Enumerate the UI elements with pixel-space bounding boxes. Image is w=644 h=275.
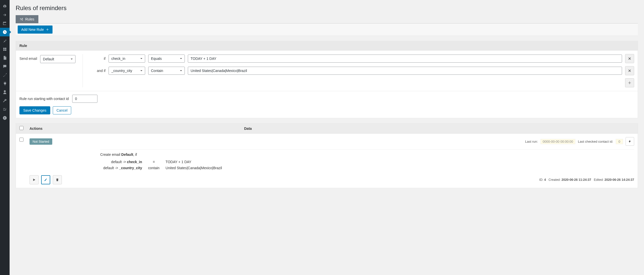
contact-id-input[interactable]: [72, 95, 97, 103]
condition-field-select[interactable]: _country_city: [109, 67, 145, 75]
column-actions-header: Actions: [30, 127, 244, 131]
arrow-right-icon: [3, 13, 7, 17]
delete-button[interactable]: [53, 175, 62, 184]
bolt-icon: [628, 140, 632, 143]
calendar-icon: [3, 21, 7, 26]
collapse-icon: [3, 116, 7, 120]
condition-row: if check_in Equals: [90, 54, 634, 63]
sidebar-item-calendar[interactable]: [0, 19, 10, 28]
admin-sidebar: [0, 0, 10, 275]
condition-row: and if _country_city Contain: [90, 66, 634, 75]
remove-condition-button[interactable]: [625, 66, 634, 75]
sidebar-item-reminders[interactable]: [0, 28, 10, 36]
select-all-checkbox[interactable]: [19, 126, 23, 130]
save-changes-button[interactable]: Save Changes: [19, 106, 50, 114]
sidebar-item-pin[interactable]: [0, 36, 10, 45]
user-icon: [3, 90, 7, 94]
condition-prefix: and if: [90, 69, 106, 73]
shuffle-icon: [20, 17, 23, 21]
contact-id-label: Rule run starting with contact id: [19, 97, 69, 101]
sidebar-item-plugins[interactable]: [0, 79, 10, 88]
sidebar-item-dashboard[interactable]: [0, 2, 10, 11]
sidebar-item-comments[interactable]: [0, 62, 10, 71]
cancel-button[interactable]: Cancel: [53, 106, 71, 114]
trash-icon: [56, 178, 59, 182]
play-button[interactable]: [30, 175, 39, 184]
tab-rules-label: Rules: [25, 17, 34, 21]
tabs-row: Rules: [16, 15, 638, 23]
pages-icon: [3, 56, 7, 60]
close-icon: [628, 69, 631, 72]
plus-icon: [46, 28, 49, 31]
rule-summary: Create email Default, if default -> chec…: [100, 149, 634, 171]
listing-header: Actions Data: [16, 123, 638, 134]
condition-operator-select[interactable]: Equals: [148, 55, 185, 63]
add-new-rule-button[interactable]: Add New Rule: [18, 26, 53, 34]
last-checked-label: Last checked contact id:: [578, 140, 613, 143]
media-icon: [3, 47, 7, 52]
tab-rules[interactable]: Rules: [16, 15, 38, 23]
clock-icon: [3, 30, 7, 34]
sidebar-item-pages[interactable]: [0, 54, 10, 62]
summary-prefix: Create email: [100, 153, 121, 157]
sidebar-item-appearance[interactable]: [0, 71, 10, 79]
rule-panel-header: Rule: [16, 41, 638, 51]
edit-icon: [44, 178, 47, 182]
summary-suffix: , if: [133, 153, 137, 157]
column-data-header: Data: [244, 127, 634, 131]
condition-operator-select[interactable]: Contain: [148, 67, 185, 75]
rules-listing: Actions Data Not Started Last run: 0000-…: [16, 123, 638, 188]
summary-condition-row: default -> check_in = TODAY + 1 DAY: [101, 159, 224, 165]
rule-panel-body: Send email Default if check_in Equals: [16, 51, 638, 91]
sidebar-item-media[interactable]: [0, 45, 10, 54]
wrench-icon: [3, 98, 7, 103]
summary-template: Default: [121, 153, 133, 157]
last-checked-value: 0: [616, 139, 623, 144]
conditions-area: if check_in Equals and if: [83, 54, 634, 87]
remove-condition-button[interactable]: [625, 54, 634, 63]
row-checkbox[interactable]: [19, 138, 23, 142]
add-new-rule-label: Add New Rule: [21, 28, 44, 32]
summary-condition-row: default -> _country_city contain United …: [101, 165, 224, 171]
add-condition-button[interactable]: [625, 78, 634, 87]
plus-icon: [628, 81, 631, 85]
last-run-label: Last run:: [525, 140, 538, 143]
close-icon: [628, 57, 631, 60]
table-row: Not Started Last run: 0000-00-00 00:00:0…: [16, 134, 638, 188]
condition-field-select[interactable]: check_in: [109, 55, 145, 63]
rule-footer: Rule run starting with contact id Save C…: [16, 91, 638, 118]
brush-icon: [3, 73, 7, 77]
row-meta: Last run: 0000-00-00 00:00:00 Last check…: [525, 137, 634, 146]
run-now-button[interactable]: [626, 137, 634, 146]
page-title: Rules of reminders: [16, 5, 638, 12]
status-badge: Not Started: [30, 138, 52, 145]
sliders-icon: [3, 107, 7, 112]
sidebar-item-settings[interactable]: [0, 105, 10, 114]
gauge-icon: [3, 4, 7, 9]
main-content: Rules of reminders Rules Add New Rule Ru…: [10, 0, 644, 275]
plug-icon: [3, 81, 7, 86]
sidebar-item-tools[interactable]: [0, 96, 10, 105]
sidebar-item-collapse[interactable]: [0, 114, 10, 122]
edit-button[interactable]: [41, 175, 50, 184]
condition-value-input[interactable]: [188, 67, 622, 75]
pin-icon: [3, 38, 7, 43]
sidebar-item-users[interactable]: [0, 88, 10, 96]
last-run-value: 0000-00-00 00:00:00: [540, 139, 576, 144]
play-icon: [32, 178, 36, 182]
condition-value-input[interactable]: [188, 55, 622, 63]
send-email-label: Send email: [19, 55, 37, 61]
condition-prefix: if: [90, 57, 106, 61]
comment-icon: [3, 64, 7, 69]
row-id-meta: ID: 4 Created: 2020-06-26 11:24:37 Edite…: [539, 178, 634, 182]
add-rule-row: Add New Rule: [16, 23, 638, 36]
sidebar-item-export[interactable]: [0, 11, 10, 19]
email-template-select[interactable]: Default: [40, 55, 75, 63]
rule-panel: Rule Send email Default if check_in: [16, 41, 638, 118]
